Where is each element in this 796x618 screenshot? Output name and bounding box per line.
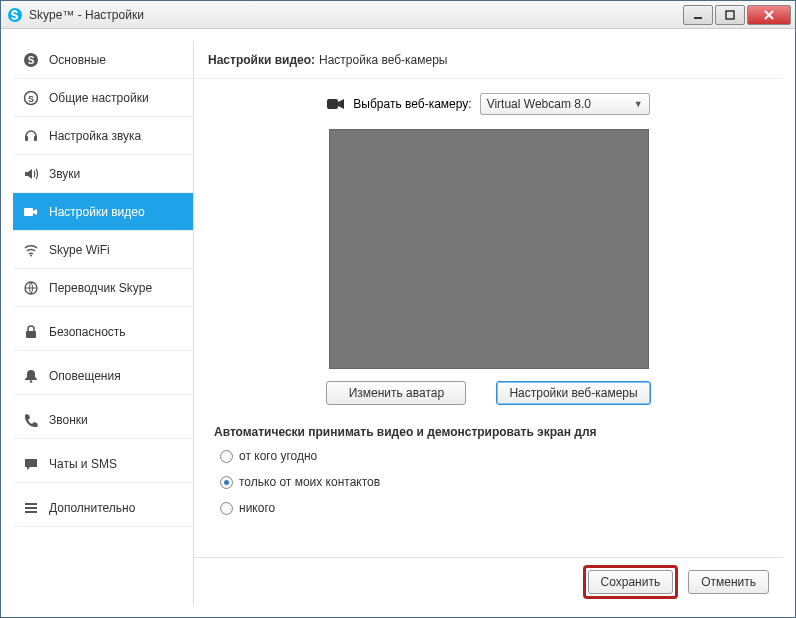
content-pane: Настройки видео: Настройка веб-камеры Вы… xyxy=(193,41,783,605)
client-area: S Основные S Общие настройки Настройка з… xyxy=(1,29,795,617)
webcam-select-value: Virtual Webcam 8.0 xyxy=(487,97,591,111)
camera-icon xyxy=(327,97,345,111)
speaker-icon xyxy=(23,166,39,182)
sidebar-item-advanced[interactable]: Дополнительно xyxy=(13,489,193,527)
svg-rect-8 xyxy=(34,136,37,141)
sidebar-label: Звонки xyxy=(49,413,88,427)
headset-icon xyxy=(23,128,39,144)
radio-nobody[interactable]: никого xyxy=(214,499,763,517)
svg-rect-12 xyxy=(26,331,36,338)
chat-icon xyxy=(23,456,39,472)
globe-icon xyxy=(23,280,39,296)
svg-rect-1 xyxy=(694,17,702,19)
sidebar-item-general-settings[interactable]: S Общие настройки xyxy=(13,79,193,117)
svg-rect-14 xyxy=(25,503,37,505)
skype-icon: S xyxy=(23,90,39,106)
close-button[interactable] xyxy=(747,5,791,25)
header-subtitle: Настройка веб-камеры xyxy=(319,53,447,67)
titlebar: Skype™ - Настройки xyxy=(1,1,795,29)
sidebar-label: Переводчик Skype xyxy=(49,281,152,295)
skype-icon: S xyxy=(23,52,39,68)
svg-rect-2 xyxy=(726,11,734,19)
sidebar-item-chats[interactable]: Чаты и SMS xyxy=(13,445,193,483)
sidebar-label: Настройки видео xyxy=(49,205,145,219)
footer: Сохранить Отменить xyxy=(194,557,783,605)
svg-text:S: S xyxy=(28,93,34,103)
content-body: Выбрать веб-камеру: Virtual Webcam 8.0 ▼… xyxy=(194,79,783,557)
sidebar-item-general-header[interactable]: S Основные xyxy=(13,41,193,79)
lock-icon xyxy=(23,324,39,340)
webcam-settings-button[interactable]: Настройки веб-камеры xyxy=(496,381,650,405)
sidebar: S Основные S Общие настройки Настройка з… xyxy=(13,41,193,605)
sidebar-label: Звуки xyxy=(49,167,80,181)
preview-buttons: Изменить аватар Настройки веб-камеры xyxy=(214,381,763,405)
sidebar-item-security[interactable]: Безопасность xyxy=(13,313,193,351)
chevron-down-icon: ▼ xyxy=(634,99,643,109)
svg-rect-17 xyxy=(327,99,338,109)
svg-rect-7 xyxy=(25,136,28,141)
sidebar-item-wifi[interactable]: Skype WiFi xyxy=(13,231,193,269)
svg-text:S: S xyxy=(28,55,35,66)
radio-label: от кого угодно xyxy=(239,449,317,463)
svg-rect-16 xyxy=(25,511,37,513)
auto-accept-heading: Автоматически принимать видео и демонстр… xyxy=(214,425,763,439)
sidebar-item-audio[interactable]: Настройка звука xyxy=(13,117,193,155)
webcam-preview xyxy=(329,129,649,369)
skype-logo-icon xyxy=(7,7,23,23)
minimize-button[interactable] xyxy=(683,5,713,25)
settings-window: Skype™ - Настройки S Основные S Общие на… xyxy=(0,0,796,618)
sidebar-label: Основные xyxy=(49,53,106,67)
radio-icon xyxy=(220,502,233,515)
webcam-select[interactable]: Virtual Webcam 8.0 ▼ xyxy=(480,93,650,115)
radio-anyone[interactable]: от кого угодно xyxy=(214,447,763,465)
phone-icon xyxy=(23,412,39,428)
sidebar-item-calls[interactable]: Звонки xyxy=(13,401,193,439)
svg-rect-9 xyxy=(24,208,33,216)
radio-contacts[interactable]: только от моих контактов xyxy=(214,473,763,491)
sidebar-label: Skype WiFi xyxy=(49,243,110,257)
sidebar-label: Безопасность xyxy=(49,325,126,339)
sidebar-label: Общие настройки xyxy=(49,91,149,105)
sidebar-label: Настройка звука xyxy=(49,129,141,143)
maximize-button[interactable] xyxy=(715,5,745,25)
svg-point-13 xyxy=(30,380,33,383)
svg-point-10 xyxy=(30,254,32,256)
camera-icon xyxy=(23,204,39,220)
radio-label: только от моих контактов xyxy=(239,475,380,489)
radio-icon xyxy=(220,476,233,489)
radio-label: никого xyxy=(239,501,275,515)
content-header: Настройки видео: Настройка веб-камеры xyxy=(194,41,783,79)
sidebar-item-translator[interactable]: Переводчик Skype xyxy=(13,269,193,307)
webcam-select-label: Выбрать веб-камеру: xyxy=(353,97,471,111)
window-title: Skype™ - Настройки xyxy=(29,8,681,22)
sidebar-item-notifications[interactable]: Оповещения xyxy=(13,357,193,395)
bell-icon xyxy=(23,368,39,384)
webcam-row: Выбрать веб-камеру: Virtual Webcam 8.0 ▼ xyxy=(214,93,763,115)
sidebar-item-sounds[interactable]: Звуки xyxy=(13,155,193,193)
sidebar-label: Оповещения xyxy=(49,369,121,383)
radio-icon xyxy=(220,450,233,463)
header-title: Настройки видео: xyxy=(208,53,315,67)
window-buttons xyxy=(681,5,791,25)
sidebar-item-video[interactable]: Настройки видео xyxy=(13,193,193,231)
save-button[interactable]: Сохранить xyxy=(588,570,674,594)
svg-rect-15 xyxy=(25,507,37,509)
cancel-button[interactable]: Отменить xyxy=(688,570,769,594)
sidebar-label: Чаты и SMS xyxy=(49,457,117,471)
save-emphasis: Сохранить xyxy=(583,565,679,599)
change-avatar-button[interactable]: Изменить аватар xyxy=(326,381,466,405)
wifi-icon xyxy=(23,242,39,258)
list-icon xyxy=(23,500,39,516)
sidebar-label: Дополнительно xyxy=(49,501,135,515)
